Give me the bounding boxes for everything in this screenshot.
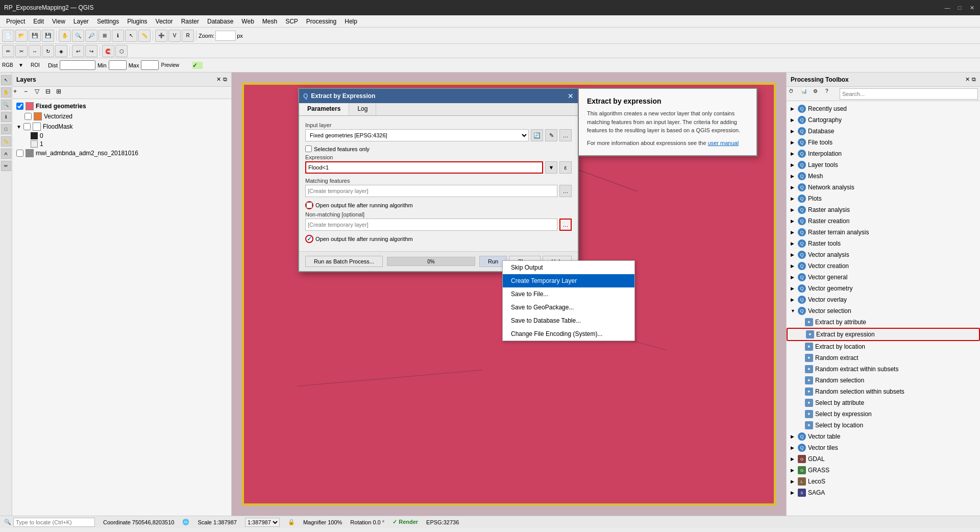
layer-check-floodmask[interactable]	[23, 123, 31, 130]
matching-features-more-btn[interactable]: …	[559, 185, 572, 197]
tree-item-vector-analysis[interactable]: ▶QVector analysis	[787, 249, 980, 260]
tree-item-vector-geometry[interactable]: ▶QVector geometry	[787, 283, 980, 294]
open-output-1-input[interactable]	[306, 202, 312, 208]
processing-float-btn[interactable]: ⧉	[972, 76, 976, 83]
tree-item-interpolation[interactable]: ▶QInterpolation	[787, 148, 980, 159]
layer-item-floodmask[interactable]: ▼ FloodMask	[14, 122, 229, 132]
tree-item-vector-general[interactable]: ▶QVector general	[787, 272, 980, 283]
results-btn[interactable]: 📊	[801, 88, 812, 100]
tab-log[interactable]: Log	[349, 103, 376, 115]
tree-item-random-extract-within-subsets[interactable]: ✦Random extract within subsets	[787, 364, 980, 375]
identify-button[interactable]: ℹ	[112, 30, 124, 42]
move-btn[interactable]: ↔	[29, 45, 41, 57]
save-project-button[interactable]: 💾	[29, 30, 41, 42]
layer-item-fixed-geometries[interactable]: Fixed geometries	[14, 101, 229, 111]
dropdown-save-file[interactable]: Save to File...	[503, 287, 634, 301]
undo-btn[interactable]: ↩	[72, 45, 84, 57]
new-project-button[interactable]: 📄	[2, 30, 14, 42]
layers-float-btn[interactable]: ⧉	[223, 76, 227, 83]
dialog-close-button[interactable]: ✕	[568, 92, 574, 100]
expression-select-btn[interactable]: ▼	[545, 161, 557, 174]
min-input[interactable]: 60	[109, 60, 127, 70]
menu-database[interactable]: Database	[203, 17, 237, 26]
tree-item-recently-used[interactable]: ▶QRecently used	[787, 103, 980, 114]
menu-raster[interactable]: Raster	[177, 17, 203, 26]
redo-btn[interactable]: ↪	[85, 45, 97, 57]
tree-item-cartography[interactable]: ▶QCartography	[787, 114, 980, 126]
selected-features-checkbox[interactable]: Selected features only	[305, 146, 572, 152]
menu-settings[interactable]: Settings	[93, 17, 123, 26]
matching-features-input[interactable]	[305, 185, 557, 197]
non-matching-more-btn[interactable]: …	[559, 219, 572, 231]
zoom-out-button[interactable]: 🔎	[85, 30, 97, 42]
pan-button[interactable]: ✋	[59, 30, 71, 42]
expression-edit-btn[interactable]: ε	[559, 161, 572, 174]
tree-item-plots[interactable]: ▶QPlots	[787, 193, 980, 204]
open-output-1-checkbox[interactable]: Open output file after running algorithm	[305, 201, 572, 209]
more-layer-btn[interactable]: …	[559, 129, 572, 141]
refresh-layer-btn[interactable]: 🔄	[531, 129, 543, 141]
tree-item-extract-by-expression[interactable]: ✦Extract by expression	[787, 328, 980, 341]
tree-item-vector-selection[interactable]: ▼QVector selection	[787, 305, 980, 317]
menu-help[interactable]: Help	[340, 17, 361, 26]
layer-item-vectorized[interactable]: Vectorized	[22, 111, 229, 122]
layer-check-mwi[interactable]	[16, 150, 23, 157]
measure-button[interactable]: 📏	[138, 30, 151, 42]
layers-close-btn[interactable]: ✕	[216, 76, 221, 83]
tree-item-extract-by-location[interactable]: ✦Extract by location	[787, 341, 980, 352]
batch-process-btn[interactable]: Run as Batch Process...	[305, 256, 383, 267]
tree-item-raster-analysis[interactable]: ▶QRaster analysis	[787, 204, 980, 215]
tree-item-database[interactable]: ▶QDatabase	[787, 126, 980, 137]
pan-tool[interactable]: ✋	[1, 87, 11, 98]
close-button[interactable]: ✕	[968, 4, 976, 12]
input-layer-select[interactable]: Fixed geometries [EPSG:4326]	[305, 129, 529, 141]
locate-input[interactable]	[13, 518, 95, 527]
tree-item-mesh[interactable]: ▶QMesh	[787, 171, 980, 182]
tree-item-select-by-attribute[interactable]: ✦Select by attribute	[787, 397, 980, 408]
filter-btn[interactable]: ▽	[35, 88, 45, 98]
add-group-btn[interactable]: +	[13, 88, 23, 98]
add-vector-button[interactable]: V	[168, 30, 181, 42]
identify-tool[interactable]: ℹ	[1, 112, 11, 122]
dropdown-save-geopackage[interactable]: Save to GeoPackage...	[503, 301, 634, 314]
dropdown-skip-output[interactable]: Skip Output	[503, 261, 634, 274]
digitize-btn[interactable]: ✏	[2, 45, 14, 57]
tree-item-grass[interactable]: ▶GGRASS	[787, 465, 980, 476]
tree-item-file-tools[interactable]: ▶QFile tools	[787, 137, 980, 148]
zoom-tool[interactable]: 🔍	[1, 100, 11, 110]
help-toolbox-btn[interactable]: ?	[825, 88, 837, 100]
tree-item-layer-tools[interactable]: ▶QLayer tools	[787, 159, 980, 171]
layer-item-1[interactable]: 1	[14, 140, 229, 148]
snapping-btn[interactable]: 🧲	[102, 45, 114, 57]
preview-btn[interactable]: Preview	[161, 62, 191, 68]
tree-item-raster-tools[interactable]: ▶QRaster tools	[787, 238, 980, 249]
tree-item-vector-tiles[interactable]: ▶QVector tiles	[787, 442, 980, 453]
roi-btn[interactable]: ROI	[31, 62, 46, 68]
menu-plugins[interactable]: Plugins	[123, 17, 151, 26]
tree-item-random-selection[interactable]: ✦Random selection	[787, 375, 980, 386]
max-input[interactable]: 100	[141, 60, 159, 70]
menu-view[interactable]: View	[48, 17, 69, 26]
menu-scp[interactable]: SCP	[281, 17, 302, 26]
expression-input[interactable]	[305, 161, 543, 174]
map-area[interactable]: Q Extract by Expression ✕ Parameters Log…	[232, 72, 786, 516]
tree-item-extract-by-attribute[interactable]: ✦Extract by attribute	[787, 317, 980, 328]
dropdown-create-temp[interactable]: Create Temporary Layer	[503, 274, 634, 287]
measure-tool[interactable]: 📏	[1, 136, 11, 147]
annotation-tool[interactable]: A	[1, 149, 11, 159]
rotate-btn[interactable]: ↻	[42, 45, 54, 57]
remove-layer-btn[interactable]: −	[24, 88, 34, 98]
tree-item-select-by-location[interactable]: ✦Select by location	[787, 420, 980, 431]
menu-layer[interactable]: Layer	[69, 17, 93, 26]
select-button[interactable]: ↖	[125, 30, 137, 42]
menu-processing[interactable]: Processing	[302, 17, 340, 26]
menu-edit[interactable]: Edit	[29, 17, 48, 26]
tree-item-raster-terrain-analysis[interactable]: ▶QRaster terrain analysis	[787, 227, 980, 238]
search-input[interactable]	[840, 88, 978, 100]
collapse-btn[interactable]: ⊟	[45, 88, 56, 98]
menu-web[interactable]: Web	[237, 17, 258, 26]
non-matching-input[interactable]	[305, 219, 557, 231]
digitize-tool[interactable]: ✏	[1, 161, 11, 171]
dist-input[interactable]: 0.010000	[60, 60, 95, 70]
band-btn[interactable]: ▼	[18, 62, 29, 68]
